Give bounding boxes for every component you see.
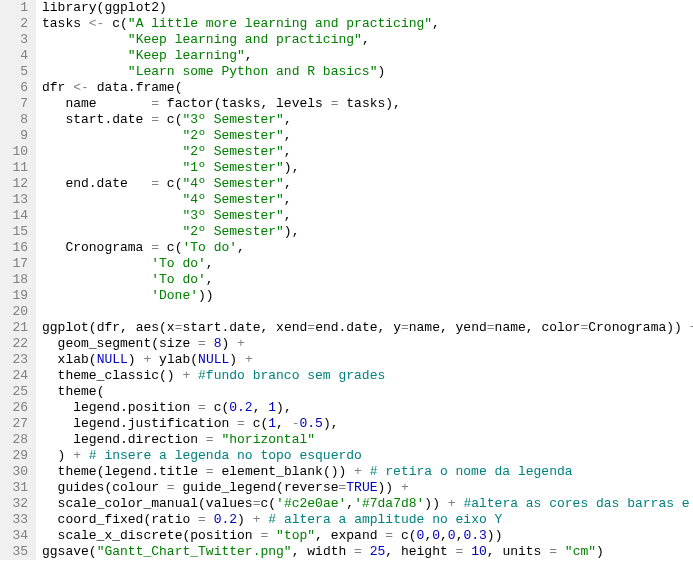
token-arg bbox=[42, 464, 58, 479]
code-line[interactable]: scale_x_discrete(position = "top", expan… bbox=[42, 528, 693, 544]
code-line[interactable]: name = factor(tasks, levels = tasks), bbox=[42, 96, 693, 112]
token-par: , bbox=[284, 400, 292, 415]
code-line[interactable]: dfr <- data.frame( bbox=[42, 80, 693, 96]
code-line[interactable]: theme( bbox=[42, 384, 693, 400]
token-str: "4º Semester" bbox=[182, 192, 283, 207]
token-arg: Cronograma bbox=[42, 240, 151, 255]
code-line[interactable]: "2º Semester", bbox=[42, 128, 693, 144]
token-str: "1º Semester" bbox=[182, 160, 283, 175]
code-line[interactable]: "Keep learning", bbox=[42, 48, 693, 64]
code-line[interactable]: start.date = c("3º Semester", bbox=[42, 112, 693, 128]
line-number: 9 bbox=[4, 128, 28, 144]
code-line[interactable]: "Keep learning and practicing", bbox=[42, 32, 693, 48]
token-cmt: #altera as cores das barras e legenda bbox=[463, 496, 693, 511]
token-par: ( bbox=[175, 80, 183, 95]
token-op: + bbox=[229, 336, 245, 351]
code-line[interactable]: theme_classic() + #fundo branco sem grad… bbox=[42, 368, 693, 384]
code-line[interactable]: tasks <- c("A little more learning and p… bbox=[42, 16, 693, 32]
token-op: = bbox=[198, 400, 206, 415]
code-area[interactable]: library(ggplot2)tasks <- c("A little mor… bbox=[36, 0, 693, 560]
token-fn: ggsave bbox=[42, 544, 89, 559]
token-fn: factor bbox=[159, 96, 214, 111]
token-arg bbox=[206, 336, 214, 351]
token-cmt: # altera a amplitude no eixo Y bbox=[268, 512, 502, 527]
code-line[interactable]: Cronograma = c('To do', bbox=[42, 240, 693, 256]
token-op: = bbox=[206, 432, 214, 447]
token-par: )) bbox=[424, 496, 440, 511]
code-line[interactable]: 'To do', bbox=[42, 256, 693, 272]
token-op: = bbox=[354, 544, 362, 559]
code-line[interactable]: ggsave("Gantt_Chart_Twitter.png", width … bbox=[42, 544, 693, 560]
line-number: 29 bbox=[4, 448, 28, 464]
token-par: ) bbox=[377, 64, 385, 79]
line-number: 19 bbox=[4, 288, 28, 304]
token-op: + bbox=[136, 352, 159, 367]
token-arg: legend.title bbox=[104, 464, 205, 479]
token-par: , bbox=[253, 400, 269, 415]
code-line[interactable]: guides(colour = guide_legend(reverse=TRU… bbox=[42, 480, 693, 496]
token-par: )) bbox=[666, 320, 682, 335]
token-arg: dfr, bbox=[97, 320, 136, 335]
token-cmt: # retira o nome da legenda bbox=[370, 464, 573, 479]
token-fn: theme_classic bbox=[58, 368, 159, 383]
code-line[interactable]: xlab(NULL) + ylab(NULL) + bbox=[42, 352, 693, 368]
token-arg: width bbox=[307, 544, 354, 559]
token-str: "4º Semester" bbox=[182, 176, 283, 191]
code-line[interactable]: legend.justification = c(1, -0.5), bbox=[42, 416, 693, 432]
line-number: 13 bbox=[4, 192, 28, 208]
token-par: , bbox=[284, 112, 292, 127]
token-arg bbox=[42, 144, 182, 159]
token-par: , bbox=[432, 16, 440, 31]
token-par: , bbox=[284, 144, 292, 159]
token-arg bbox=[268, 528, 276, 543]
code-line[interactable]: 'Done')) bbox=[42, 288, 693, 304]
token-fn: c bbox=[104, 16, 120, 31]
code-line[interactable]: legend.position = c(0.2, 1), bbox=[42, 400, 693, 416]
token-arg bbox=[42, 128, 182, 143]
token-par: , bbox=[292, 160, 300, 175]
token-str: "3º Semester" bbox=[182, 208, 283, 223]
code-line[interactable]: legend.direction = "horizontal" bbox=[42, 432, 693, 448]
code-line[interactable]: ) + # insere a legenda no topo esquerdo bbox=[42, 448, 693, 464]
code-line[interactable]: library(ggplot2) bbox=[42, 0, 693, 16]
token-arg: legend.direction bbox=[42, 432, 206, 447]
token-op: <- bbox=[73, 80, 89, 95]
token-arg: colour bbox=[112, 480, 167, 495]
token-fn: theme bbox=[58, 464, 97, 479]
token-fn: c bbox=[393, 528, 409, 543]
code-line[interactable]: coord_fixed(ratio = 0.2) + # altera a am… bbox=[42, 512, 693, 528]
token-arg bbox=[557, 544, 565, 559]
token-op: = bbox=[549, 544, 557, 559]
token-par: ) bbox=[128, 352, 136, 367]
token-str: "2º Semester" bbox=[182, 128, 283, 143]
token-arg bbox=[42, 496, 58, 511]
token-arg: name, yend bbox=[409, 320, 487, 335]
token-par: , bbox=[393, 96, 401, 111]
code-line[interactable]: end.date = c("4º Semester", bbox=[42, 176, 693, 192]
code-line[interactable]: "2º Semester"), bbox=[42, 224, 693, 240]
token-arg: legend.position bbox=[42, 400, 198, 415]
code-line[interactable]: theme(legend.title = element_blank()) + … bbox=[42, 464, 693, 480]
code-line[interactable]: "1º Semester"), bbox=[42, 160, 693, 176]
code-line[interactable]: "Learn some Python and R basics") bbox=[42, 64, 693, 80]
token-arg bbox=[206, 512, 214, 527]
code-line[interactable]: "3º Semester", bbox=[42, 208, 693, 224]
code-line[interactable]: "4º Semester", bbox=[42, 192, 693, 208]
line-number: 26 bbox=[4, 400, 28, 416]
token-fn: element_blank bbox=[214, 464, 323, 479]
line-number: 32 bbox=[4, 496, 28, 512]
token-str: "A little more learning and practicing" bbox=[128, 16, 432, 31]
code-line[interactable]: scale_color_manual(values=c('#c2e0ae','#… bbox=[42, 496, 693, 512]
token-cmt: #fundo branco sem grades bbox=[198, 368, 385, 383]
token-par: )) bbox=[378, 480, 394, 495]
code-line[interactable]: 'To do', bbox=[42, 272, 693, 288]
code-line[interactable] bbox=[42, 304, 693, 320]
code-line[interactable]: "2º Semester", bbox=[42, 144, 693, 160]
line-number: 25 bbox=[4, 384, 28, 400]
token-par: ()) bbox=[323, 464, 346, 479]
line-number-gutter: 1234567891011121314151617181920212223242… bbox=[0, 0, 36, 560]
token-arg: end.date bbox=[42, 176, 151, 191]
code-line[interactable]: ggplot(dfr, aes(x=start.date, xend=end.d… bbox=[42, 320, 693, 336]
token-par: , bbox=[284, 128, 292, 143]
code-line[interactable]: geom_segment(size = 8) + bbox=[42, 336, 693, 352]
